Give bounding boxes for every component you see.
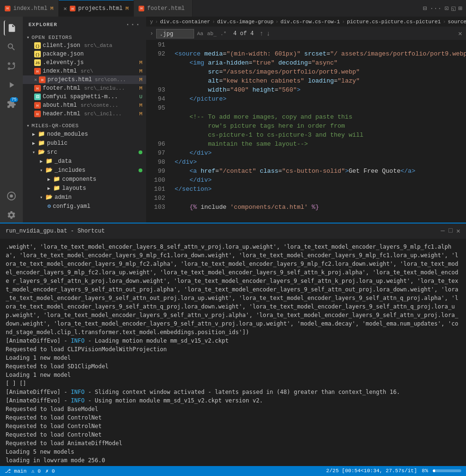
folder-name: admin bbox=[55, 194, 72, 201]
tab-footer-html[interactable]: H footer.html bbox=[134, 0, 193, 17]
folder-components[interactable]: ▶ 📁 components bbox=[23, 175, 146, 184]
source-control-icon[interactable] bbox=[4, 58, 19, 74]
arrow-icon: ▶ bbox=[40, 159, 43, 164]
terminal-line: Requested to load AnimateDiffModel bbox=[6, 439, 460, 448]
errors[interactable]: ✗ 0 bbox=[46, 468, 55, 474]
next-match-icon[interactable]: ↓ bbox=[266, 30, 270, 37]
json-icon: {} bbox=[34, 42, 41, 49]
sep: › bbox=[342, 19, 345, 25]
sep: › bbox=[155, 19, 158, 25]
use-regex-btn[interactable]: .* bbox=[220, 31, 226, 37]
open-file-package-json[interactable]: {} package.json bbox=[23, 50, 146, 58]
tab-projects-html[interactable]: ✕ H projects.html M bbox=[59, 0, 134, 17]
terminal-line: Requested to load BaseModel bbox=[6, 405, 460, 413]
minimize-icon[interactable]: — bbox=[441, 227, 445, 235]
arrow-icon: ▾ bbox=[27, 35, 30, 40]
warnings[interactable]: ⚠ 0 bbox=[31, 468, 41, 474]
terminal-body[interactable]: .weight', 'lora_te_text_model_encoder_la… bbox=[0, 239, 466, 466]
extensions-icon[interactable]: 75 bbox=[4, 96, 19, 112]
section-label-text: MILES-QR-CODES bbox=[32, 123, 79, 129]
explorer-icon[interactable] bbox=[4, 20, 19, 36]
file-path: src\conte... bbox=[81, 103, 118, 108]
open-file-header[interactable]: H header.html src\_incl... M bbox=[23, 110, 146, 118]
folder-name: layouts bbox=[62, 185, 86, 192]
open-file-eleventy[interactable]: JS .eleventy.js M bbox=[23, 58, 146, 67]
open-file-projects[interactable]: ✕ H projects.html src\con... M bbox=[23, 75, 146, 84]
terminal-line: Requested to load CLIPVisionModelWithPro… bbox=[6, 345, 460, 354]
toggle-panel-icon[interactable]: ⊡ bbox=[445, 4, 448, 12]
match-case-btn[interactable]: Aa bbox=[197, 31, 203, 37]
file-name: config.yaml bbox=[53, 203, 90, 210]
section-miles-qr[interactable]: ▾ MILES-QR-CODES bbox=[23, 121, 146, 130]
file-name: header.html bbox=[43, 111, 80, 117]
prev-match-icon[interactable]: ↑ bbox=[260, 30, 263, 37]
file-path: src\_data bbox=[84, 43, 112, 48]
terminal-line: Requested to load SD1ClipModel bbox=[6, 362, 460, 371]
dot-indicator bbox=[139, 168, 142, 172]
terminal-line: .weight', 'lora_te_text_model_encoder_la… bbox=[6, 243, 460, 336]
folder-layouts[interactable]: ▶ 📁 layouts bbox=[23, 184, 146, 193]
close-terminal-icon[interactable]: ✕ bbox=[457, 227, 460, 235]
split-editor-icon[interactable]: ⊟ bbox=[423, 4, 427, 12]
close-icon[interactable]: ✕ bbox=[34, 77, 37, 83]
more-actions-icon[interactable]: ··· bbox=[429, 5, 441, 12]
toggle-sidebar-icon[interactable]: ◱ bbox=[451, 4, 455, 12]
git-branch[interactable]: ⎇ main bbox=[5, 468, 27, 474]
progress-fill bbox=[433, 469, 435, 472]
search-toggle-icon[interactable]: › bbox=[150, 30, 153, 37]
folder-data[interactable]: ▶ 📁 _data bbox=[23, 157, 146, 166]
progress-text: 2/25 [00:54<10:34, 27.57s/it] bbox=[326, 468, 417, 474]
breadcrumb-item[interactable]: div.cs-row.cs-row-1 bbox=[280, 19, 340, 25]
status-left: ⎇ main ⚠ 0 ✗ 0 bbox=[5, 468, 55, 474]
terminal-line: Loading 1 new model bbox=[6, 371, 460, 379]
breadcrumb-item[interactable]: source bbox=[448, 19, 466, 25]
search-input[interactable] bbox=[156, 29, 194, 38]
terminal-header: run_nvidia_gpu.bat - Shortcut — □ ✕ bbox=[0, 224, 466, 239]
folder-public[interactable]: ▶ 📁 public bbox=[23, 139, 146, 148]
folder-node-modules[interactable]: ▶ 📁 node_modules bbox=[23, 130, 146, 139]
open-file-client-json[interactable]: {} client.json src\_data bbox=[23, 41, 146, 50]
dot-indicator bbox=[139, 150, 142, 154]
run-icon[interactable] bbox=[4, 77, 19, 93]
folder-icon: 📁 bbox=[53, 185, 60, 192]
open-file-index[interactable]: H index.html src\ M bbox=[23, 67, 146, 75]
folder-admin[interactable]: ▾ 📂 admin bbox=[23, 193, 146, 202]
sidebar-title: EXPLORER bbox=[28, 22, 57, 28]
customize-layout-icon[interactable]: ⊞ bbox=[458, 4, 462, 12]
search-bar: › Aa ab̲ .* 4 of 4 ↑ ↓ ✕ bbox=[146, 27, 466, 40]
open-file-about[interactable]: H about.html src\conte... M bbox=[23, 101, 146, 110]
sidebar-more-icon[interactable]: ··· bbox=[125, 20, 140, 29]
open-file-comfyui[interactable]: 🖼 Comfyui spaghetti-m... U bbox=[23, 93, 146, 101]
terminal-title: run_nvidia_gpu.bat - Shortcut bbox=[6, 228, 105, 234]
html-icon: H bbox=[34, 68, 41, 75]
breadcrumb-item[interactable]: div.cs-container bbox=[160, 19, 210, 25]
close-search-icon[interactable]: ✕ bbox=[458, 29, 462, 37]
tab-close-projects[interactable]: ✕ bbox=[64, 5, 67, 12]
maximize-icon[interactable]: □ bbox=[448, 227, 452, 235]
html-icon: H bbox=[5, 6, 10, 11]
breadcrumb-item[interactable]: y bbox=[150, 19, 153, 25]
breadcrumb-item[interactable]: picture.cs-picture.cs-picture1 bbox=[347, 19, 441, 25]
status-bar: ⎇ main ⚠ 0 ✗ 0 2/25 [00:54<10:34, 27.57s… bbox=[0, 466, 466, 476]
activity-bar: 75 bbox=[0, 17, 23, 223]
settings-icon[interactable] bbox=[4, 207, 19, 223]
match-word-btn[interactable]: ab̲ bbox=[207, 30, 216, 37]
tab-index-html[interactable]: H index.html M bbox=[0, 0, 59, 17]
file-modifier: M bbox=[139, 85, 142, 91]
file-path: src\_inclu... bbox=[84, 85, 125, 91]
file-modifier: M bbox=[139, 77, 142, 83]
breadcrumb-item[interactable]: div.cs-image-group bbox=[217, 19, 273, 25]
open-file-footer[interactable]: H footer.html src\_inclu... M bbox=[23, 84, 146, 93]
folder-name: _includes bbox=[55, 167, 85, 174]
search-icon[interactable] bbox=[4, 39, 19, 55]
section-open-editors[interactable]: ▾ OPEN EDITORS bbox=[23, 33, 146, 41]
line-numbers: 91 92 93 94 95 96 97 98 99 100 101 102 1… bbox=[146, 40, 170, 223]
folder-includes[interactable]: ▾ 📂 _includes bbox=[23, 166, 146, 175]
arrow-icon: ▶ bbox=[32, 140, 35, 146]
folder-src[interactable]: ▾ 📂 src bbox=[23, 148, 146, 157]
code-content[interactable]: <source media="(min-width: 601px)" srcse… bbox=[170, 40, 466, 223]
remote-icon[interactable] bbox=[4, 188, 19, 204]
file-config-yaml[interactable]: ⚙ config.yaml bbox=[23, 202, 146, 211]
sidebar: EXPLORER ··· ▾ OPEN EDITORS {} client.js… bbox=[23, 17, 146, 223]
folder-icon: 📂 bbox=[38, 149, 45, 156]
